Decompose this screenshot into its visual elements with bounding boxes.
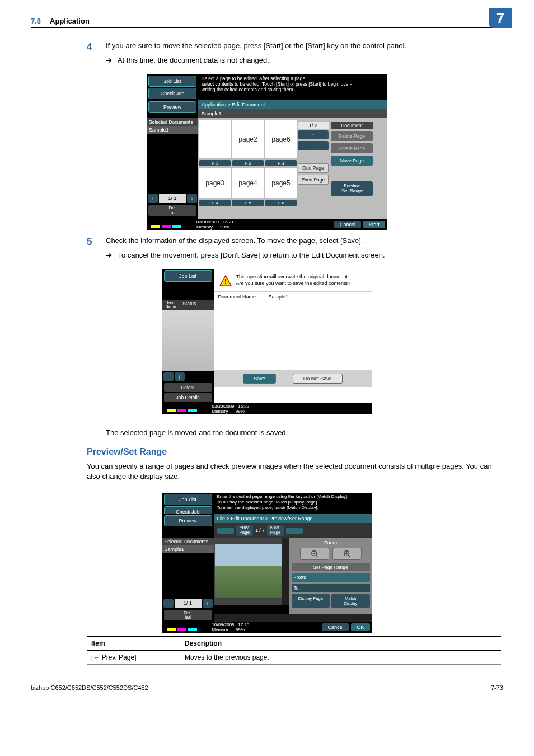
next-arrow-icon[interactable]: →	[286, 528, 303, 534]
display-page-button[interactable]: Display Page	[292, 594, 330, 608]
step-4-text: If you are sure to move the selected pag…	[106, 41, 503, 53]
step-5-sub: ➔ To cancel the movement, press [Don't S…	[106, 251, 503, 259]
left-pager: 1/ 1	[175, 599, 202, 608]
up-arrow-icon[interactable]: ↑	[148, 194, 158, 203]
breadcrumb: Application > Edit Document	[198, 100, 387, 109]
warning-icon: !	[219, 275, 232, 286]
selected-documents-header: Selected Documents	[162, 538, 214, 545]
down-arrow-icon[interactable]: ↓	[187, 194, 197, 203]
zoom-header: Zoom	[292, 540, 370, 545]
user-status-header: User Name Status	[162, 300, 214, 310]
selected-documents-header: Selected Documents	[147, 118, 198, 126]
arrow-icon: ➔	[106, 56, 116, 64]
document-name: Sample1	[198, 109, 387, 118]
preview-button[interactable]: Preview	[148, 101, 196, 113]
chapter-badge: 7	[489, 8, 512, 28]
toner-status	[165, 404, 210, 414]
preview-range-paragraph: You can specify a range of pages and che…	[87, 461, 503, 482]
job-list-button[interactable]: Job List	[164, 494, 212, 505]
instruction-text: Select a page to be edited. After select…	[198, 74, 387, 100]
selected-document-item[interactable]: Sample1	[162, 545, 214, 553]
job-list-button[interactable]: Job List	[148, 76, 196, 87]
check-job-button[interactable]: Check Job	[148, 88, 196, 99]
odd-page-button[interactable]: Odd Page	[298, 163, 329, 173]
job-details-button[interactable]: Job Details	[164, 393, 212, 402]
to-field[interactable]: To:	[292, 584, 370, 592]
table-row: [← Prev. Page] Moves to the previous pag…	[87, 651, 501, 665]
page-thumb-5[interactable]: page4P 5	[232, 168, 264, 198]
job-list-button[interactable]: Job List	[164, 270, 212, 282]
delete-button[interactable]: Delete	[164, 383, 212, 392]
description-table: Item Description [← Prev. Page] Moves to…	[87, 636, 501, 665]
detail-button[interactable]: De- tail	[148, 205, 196, 216]
footer-model: bizhub C652/C652DS/C552/C552DS/C452	[31, 684, 148, 691]
main-pager: 1/ 2	[298, 122, 329, 129]
svg-line-6	[348, 556, 350, 558]
result-text: The selected page is moved and the docum…	[106, 428, 503, 437]
up-arrow-icon[interactable]: ↑	[163, 599, 174, 608]
instruction-text: Enter the desired page range using the k…	[214, 493, 372, 514]
status-bar: 10/09/2008 17:25 Memory 99%	[212, 622, 250, 632]
confirm-message: ! This operation will overwrite the orig…	[214, 269, 372, 291]
page-thumb-4[interactable]: page3P 4	[199, 168, 231, 198]
footer-page-number: 7-73	[491, 684, 503, 691]
move-page-button[interactable]: Move Page	[331, 156, 373, 166]
status-bar: 03/30/2009 16:21 Memory 99%	[196, 220, 234, 230]
rotate-page-button[interactable]: Rotate Page	[331, 143, 373, 153]
page-up-button[interactable]: ↑	[298, 130, 329, 139]
step-4-number: 4	[87, 41, 106, 53]
step-5-text: Check the information of the displayed s…	[106, 236, 503, 248]
even-page-button[interactable]: Even Page	[298, 175, 329, 185]
step-5-number: 5	[87, 236, 106, 248]
toner-status	[165, 622, 210, 632]
up-arrow-icon[interactable]: ↑	[163, 372, 174, 381]
page-down-button[interactable]: ↓	[298, 141, 329, 150]
match-display-button[interactable]: Match Display	[331, 594, 370, 608]
next-page-button[interactable]: Next Page	[267, 525, 284, 536]
page-thumb-2[interactable]: page2P 2	[232, 120, 264, 158]
preview-set-range-button[interactable]: Preview /Set Range	[331, 181, 373, 196]
prev-page-button[interactable]: Prev. Page	[236, 525, 254, 536]
ok-button[interactable]: OK	[351, 623, 369, 631]
breadcrumb: File > Edit Document > Preview/Set Range	[214, 514, 372, 523]
toner-status	[149, 220, 194, 230]
preview-image	[215, 544, 288, 598]
page-thumb-1[interactable]: P 1	[199, 120, 231, 158]
screenshot-save-confirm: Job List User Name Status ↑ ↓ Delete Job…	[162, 269, 372, 409]
svg-line-3	[316, 556, 318, 558]
from-field[interactable]: From:	[292, 573, 370, 582]
prev-arrow-icon[interactable]: ←	[217, 528, 234, 534]
page-thumbnail-grid: P 1 page2P 2 page6P 3 page3P 4 page4P 5 …	[199, 120, 297, 217]
page-footer: bizhub C652/C652DS/C552/C552DS/C452 7-73	[31, 682, 503, 691]
start-button[interactable]: Start	[363, 221, 385, 228]
vertical-scrollbar[interactable]	[282, 538, 289, 605]
delete-page-button[interactable]: Delete Page	[331, 131, 373, 141]
page-counter: 1 / 7	[255, 528, 265, 533]
zoom-out-button[interactable]	[300, 548, 329, 560]
down-arrow-icon[interactable]: ↓	[175, 372, 185, 381]
page-thumb-6[interactable]: page5P 6	[265, 168, 297, 198]
cancel-button[interactable]: Cancel	[334, 221, 361, 228]
screenshot-preview-set-range: Job List Check Job Enter the desired pag…	[162, 493, 372, 627]
arrow-icon: ➔	[106, 251, 116, 259]
page-thumb-3[interactable]: page6P 3	[265, 120, 297, 158]
status-bar: 03/30/2009 16:22 Memory 99%	[212, 404, 250, 414]
table-header-description: Description	[180, 637, 502, 651]
zoom-in-button[interactable]	[332, 548, 362, 560]
section-number: 7.8	[31, 17, 41, 25]
table-cell-desc: Moves to the previous page.	[180, 651, 502, 665]
selected-document-item[interactable]: Sample1	[147, 126, 198, 134]
section-title: Application	[50, 17, 90, 25]
detail-button[interactable]: De- tail	[164, 610, 212, 620]
do-not-save-button[interactable]: Do Not Save	[293, 374, 343, 384]
left-pager: 1/ 1	[159, 194, 186, 203]
svg-text:!: !	[224, 277, 226, 286]
table-cell-item: [← Prev. Page]	[87, 651, 180, 665]
save-button[interactable]: Save	[243, 374, 276, 384]
table-header-item: Item	[87, 637, 180, 651]
horizontal-scrollbar[interactable]	[214, 614, 372, 622]
cancel-button[interactable]: Cancel	[322, 623, 349, 631]
down-arrow-icon[interactable]: ↓	[203, 599, 213, 608]
document-panel-header: Document	[331, 122, 373, 129]
preview-button[interactable]: Preview	[164, 515, 212, 526]
